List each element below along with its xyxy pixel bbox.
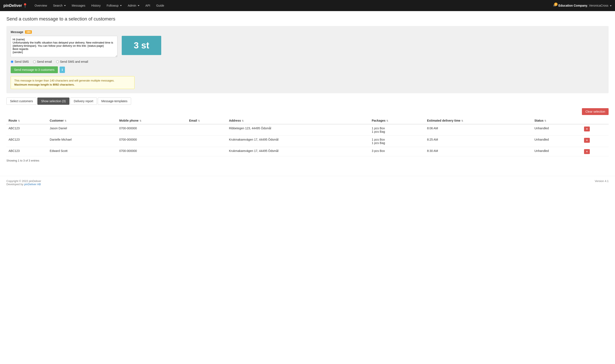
cell-mobile-phone: 0700-000000 xyxy=(117,136,187,147)
remove-row-button[interactable]: ✕ xyxy=(584,149,590,154)
send-method-radio-group: Send SMSSend emailSend SMS and email xyxy=(11,60,604,63)
cell-est-delivery: 8:30 AM xyxy=(425,147,532,156)
cell-route: ABC123 xyxy=(6,124,48,136)
message-textarea[interactable] xyxy=(11,36,118,57)
footer-left: Copyright © 2022 pinDeliver Developed by… xyxy=(6,180,41,186)
tab-show-selection[interactable]: Show selection (3) xyxy=(37,98,69,105)
separator: , xyxy=(587,4,589,7)
cell-packages: 1 pcs Box1 pcs Bag xyxy=(370,124,425,136)
cell-status: Unhandled xyxy=(532,124,582,136)
tab-delivery-report[interactable]: Delivery report xyxy=(70,98,97,105)
cell-status: Unhandled xyxy=(532,136,582,147)
cell-address: Ribbetegen 123, 44495 Ödsmål xyxy=(227,124,370,136)
nav-link-admin[interactable]: Admin xyxy=(125,2,142,9)
table-row: ABC123Danielle Michael0700-000000Krukmak… xyxy=(6,136,609,147)
counter-box: 3 st xyxy=(122,36,161,55)
remove-row-button[interactable]: ✕ xyxy=(584,138,590,143)
cell-mobile-phone: 0700-000000 xyxy=(117,147,187,156)
radio-label-send-email: Send email xyxy=(37,60,52,63)
sort-icon-email: ⇅ xyxy=(198,119,200,122)
cell-route: ABC123 xyxy=(6,136,48,147)
nav-links: OverviewSearchMessagesHistoryFollowupAdm… xyxy=(32,2,553,9)
info-button[interactable]: ℹ xyxy=(60,66,65,73)
user-info[interactable]: Education Company, VeronicaCross xyxy=(558,4,612,7)
tab-message-templates[interactable]: Message-templates xyxy=(98,98,131,105)
radio-option-send-sms[interactable]: Send SMS xyxy=(11,60,29,63)
cell-customer: Edward Scott xyxy=(48,147,117,156)
sort-icon-customer: ⇅ xyxy=(65,119,67,122)
char-count-badge: 194 xyxy=(25,30,32,34)
nav-link-overview[interactable]: Overview xyxy=(32,2,50,9)
nav-link-api[interactable]: API xyxy=(143,2,153,9)
col-header-packages[interactable]: Packages⇅ xyxy=(370,117,425,124)
brand-logo[interactable]: pinDeliver 📍 xyxy=(3,3,28,8)
sort-icon-status: ⇅ xyxy=(544,119,546,122)
copyright-text: Copyright © 2022 pinDeliver xyxy=(6,180,41,183)
col-header-actions xyxy=(582,117,609,124)
message-card: Message 194 3 st Send SMSSend emailSend … xyxy=(6,26,609,93)
tab-select-customers[interactable]: Select customers xyxy=(6,98,37,105)
nav-link-history[interactable]: History xyxy=(89,2,103,9)
warning-box: This message is longer than 140 characte… xyxy=(11,76,134,89)
username: VeronicaCross xyxy=(589,4,608,7)
cell-remove: ✕ xyxy=(582,136,609,147)
clear-selection-button[interactable]: Clear selection xyxy=(582,108,609,115)
logo-text: pinDeliver xyxy=(3,3,22,8)
col-header-email[interactable]: Email⇅ xyxy=(187,117,227,124)
nav-link-guide[interactable]: Guide xyxy=(154,2,167,9)
table-body: ABC123Jason Daniel0700-000000Ribbetegen … xyxy=(6,124,609,156)
customers-table: Route⇅Customer⇅Mobile phone⇅Email⇅Addres… xyxy=(6,117,609,156)
sort-icon-packages: ⇅ xyxy=(386,119,388,122)
page-content: Send a custom message to a selection of … xyxy=(0,11,615,167)
radio-send-sms[interactable] xyxy=(11,60,13,63)
radio-send-email[interactable] xyxy=(33,60,36,63)
counter-value: 3 st xyxy=(134,40,149,51)
cell-packages: 1 pcs Box1 pcs Bag xyxy=(370,136,425,147)
cell-est-delivery: 8:25 AM xyxy=(425,136,532,147)
nav-link-followup[interactable]: Followup xyxy=(104,2,124,9)
action-row: Send message to 3 customers ℹ xyxy=(11,66,604,73)
followup-dropdown-icon xyxy=(120,5,122,6)
cell-packages: 3 pcs Box xyxy=(370,147,425,156)
table-row: ABC123Jason Daniel0700-000000Ribbetegen … xyxy=(6,124,609,136)
radio-option-send-email[interactable]: Send email xyxy=(33,60,52,63)
cell-address: Krukmakarevägen 17, 44495 Ödsmål xyxy=(227,147,370,156)
radio-label-send-sms: Send SMS xyxy=(14,60,29,63)
cell-email xyxy=(187,136,227,147)
search-dropdown-icon xyxy=(64,5,66,6)
developed-by-row: Developed by pinDeliver AB xyxy=(6,183,41,186)
logo-pin-icon: 📍 xyxy=(22,3,28,8)
sort-icon-route: ⇅ xyxy=(18,119,20,122)
cell-email xyxy=(187,124,227,136)
cell-customer: Jason Daniel xyxy=(48,124,117,136)
nav-right: ✉ 0 Education Company, VeronicaCross xyxy=(553,4,612,7)
nav-link-messages[interactable]: Messages xyxy=(69,2,88,9)
table-header: Route⇅Customer⇅Mobile phone⇅Email⇅Addres… xyxy=(6,117,609,124)
page-footer: Copyright © 2022 pinDeliver Developed by… xyxy=(0,176,615,189)
showing-text: Showing 1 to 3 of 3 entries xyxy=(6,159,609,162)
sort-icon-estimated-delivery-time: ⇅ xyxy=(461,119,463,122)
mail-icon-wrap[interactable]: ✉ 0 xyxy=(553,4,556,7)
radio-send-sms-email[interactable] xyxy=(56,60,59,63)
col-header-estimated-delivery-time[interactable]: Estimated delivery time⇅ xyxy=(425,117,532,124)
cell-route: ABC123 xyxy=(6,147,48,156)
col-header-route[interactable]: Route⇅ xyxy=(6,117,48,124)
col-header-mobile-phone[interactable]: Mobile phone⇅ xyxy=(117,117,187,124)
remove-row-button[interactable]: ✕ xyxy=(584,127,590,131)
sort-icon-address: ⇅ xyxy=(242,119,244,122)
send-message-button[interactable]: Send message to 3 customers xyxy=(11,66,58,73)
cell-est-delivery: 8:06 AM xyxy=(425,124,532,136)
col-header-status[interactable]: Status⇅ xyxy=(532,117,582,124)
tabs-row: Select customersShow selection (3)Delive… xyxy=(6,98,609,105)
col-header-customer[interactable]: Customer⇅ xyxy=(48,117,117,124)
cell-remove: ✕ xyxy=(582,147,609,156)
cell-status: Unhandled xyxy=(532,147,582,156)
nav-link-search[interactable]: Search xyxy=(50,2,68,9)
col-header-address[interactable]: Address⇅ xyxy=(227,117,370,124)
radio-label-send-sms-email: Send SMS and email xyxy=(60,60,88,63)
message-label-row: Message 194 xyxy=(11,30,604,34)
pindeliver-link[interactable]: pinDeliver AB xyxy=(24,183,41,186)
cell-customer: Danielle Michael xyxy=(48,136,117,147)
navbar: pinDeliver 📍 OverviewSearchMessagesHisto… xyxy=(0,0,615,11)
radio-option-send-sms-email[interactable]: Send SMS and email xyxy=(56,60,88,63)
